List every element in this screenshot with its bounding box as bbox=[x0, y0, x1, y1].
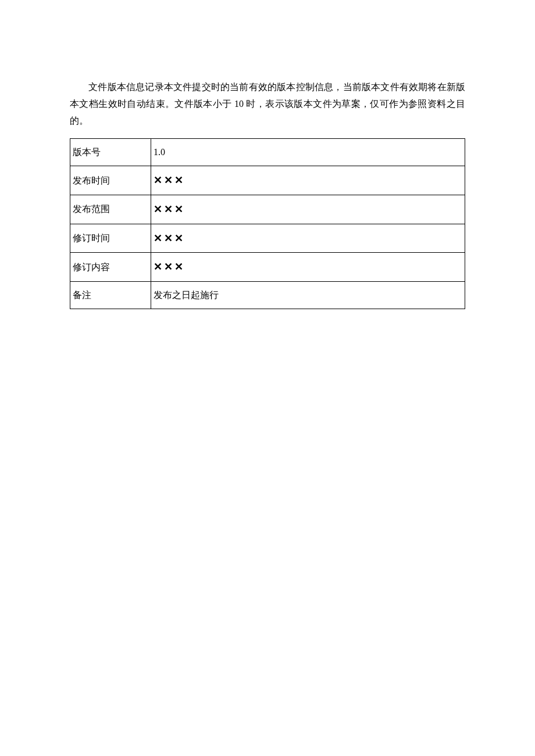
row-label: 修订时间 bbox=[70, 224, 151, 253]
intro-paragraph: 文件版本信息记录本文件提交时的当前有效的版本控制信息，当前版本文件有效期将在新版… bbox=[70, 79, 465, 129]
document-page: 文件版本信息记录本文件提交时的当前有效的版本控制信息，当前版本文件有效期将在新版… bbox=[0, 0, 535, 756]
intro-text: 文件版本信息记录本文件提交时的当前有效的版本控制信息，当前版本文件有效期将在新版… bbox=[70, 82, 465, 126]
row-label: 发布时间 bbox=[70, 166, 151, 195]
row-value: ✕✕✕ bbox=[151, 253, 465, 282]
row-value: ✕✕✕ bbox=[151, 195, 465, 224]
row-value: 发布之日起施行 bbox=[151, 282, 465, 309]
table-row: 发布时间 ✕✕✕ bbox=[70, 166, 465, 195]
table-row: 版本号 1.0 bbox=[70, 139, 465, 166]
version-table: 版本号 1.0 发布时间 ✕✕✕ 发布范围 ✕✕✕ 修订时间 ✕✕✕ 修订内容 … bbox=[70, 138, 465, 309]
row-value: 1.0 bbox=[151, 139, 465, 166]
row-label: 备注 bbox=[70, 282, 151, 309]
table-row: 修订时间 ✕✕✕ bbox=[70, 224, 465, 253]
placeholder-xxx: ✕✕✕ bbox=[154, 232, 185, 244]
row-value: ✕✕✕ bbox=[151, 166, 465, 195]
placeholder-xxx: ✕✕✕ bbox=[154, 174, 185, 186]
table-row: 发布范围 ✕✕✕ bbox=[70, 195, 465, 224]
row-label: 修订内容 bbox=[70, 253, 151, 282]
row-label: 发布范围 bbox=[70, 195, 151, 224]
placeholder-xxx: ✕✕✕ bbox=[154, 261, 185, 273]
placeholder-xxx: ✕✕✕ bbox=[154, 203, 185, 215]
table-row: 修订内容 ✕✕✕ bbox=[70, 253, 465, 282]
row-label: 版本号 bbox=[70, 139, 151, 166]
table-row: 备注 发布之日起施行 bbox=[70, 282, 465, 309]
row-value: ✕✕✕ bbox=[151, 224, 465, 253]
